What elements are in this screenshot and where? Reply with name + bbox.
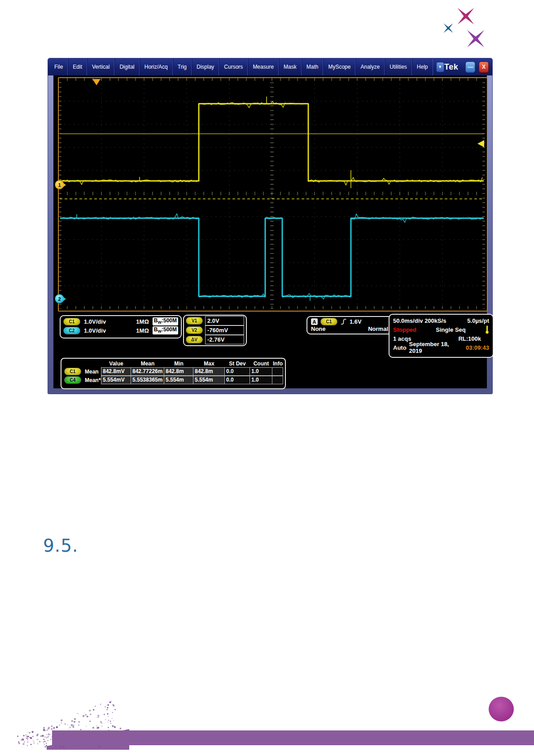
close-button[interactable]: X [479, 62, 489, 73]
cursor-v2-row: V2 -760mV [186, 325, 244, 335]
col-header-min: Min [164, 360, 193, 367]
company-logo [433, 3, 496, 57]
measurement-table: Value Mean Min Max St Dev Count Info C1 … [61, 358, 286, 389]
measurement-cell: 842.8m [193, 367, 225, 376]
waveform-graticule: 1 2 [58, 77, 488, 312]
col-header-info: Info [272, 360, 283, 367]
cursor-v1-badge: V1 [186, 317, 203, 325]
measurement-cell: 842.8mV [101, 367, 131, 376]
col-header-mean: Mean [131, 360, 164, 367]
cursor-delta-value: -2.76V [205, 335, 244, 344]
col-header-max: Max [193, 360, 225, 367]
menu-item-digital[interactable]: Digital [114, 58, 139, 75]
measurement-c4-badge: C4 [64, 376, 81, 384]
measurement-row-source: C4 Mean* [61, 376, 101, 384]
col-header-count: Count [250, 360, 272, 367]
menu-item-display[interactable]: Display [192, 58, 219, 75]
measurement-cell: 0.0 [224, 367, 250, 376]
cursor-readout-panel[interactable]: V1 2.0V V2 -760mV ΔV -2.76V [183, 315, 247, 346]
measurement-cell: 5.554m [193, 376, 225, 384]
channel-2-marker-label: 2 [58, 296, 61, 302]
menu-overflow-button[interactable]: ▼ [436, 62, 445, 72]
menu-bar: File Edit Vertical Digital Horiz/Acq Tri… [48, 58, 492, 75]
channel-2-badge: C2 [63, 327, 80, 334]
channel-2-readout[interactable]: C2 1.0V/div 1MΩ BW:500M [63, 326, 178, 335]
minimize-icon: — [468, 64, 473, 70]
menu-item-math[interactable]: Math [302, 58, 324, 75]
rising-edge-icon [340, 318, 347, 325]
timebase-readout: 50.0ms/div 200kS/s [393, 317, 446, 324]
oscilloscope-window: File Edit Vertical Digital Horiz/Acq Tri… [48, 58, 492, 394]
measurement-cell: 5.5538365m [131, 376, 164, 384]
footer-circle-decoration [489, 697, 514, 721]
tek-logo: Tek [444, 62, 458, 72]
menu-item-vertical[interactable]: Vertical [87, 58, 114, 75]
resolution-readout: 5.0µs/pt [467, 317, 489, 324]
acquisition-mode: Single Seq [436, 326, 465, 333]
logo-x-magenta-icon [458, 8, 474, 25]
thermometer-icon [485, 325, 489, 334]
measurement-cell: 5.554m [164, 376, 193, 384]
trigger-mode-auto: Auto [393, 344, 407, 351]
menu-item-file[interactable]: File [50, 58, 68, 75]
measurement-cell: 842.77226m [131, 367, 164, 376]
channel-2-scale: 1.0V/div [84, 327, 106, 334]
acquisition-count: 1 acqs [393, 335, 411, 342]
col-header-stdev: St Dev [225, 360, 250, 367]
logo-x-blue-icon [443, 23, 453, 33]
menu-item-mask[interactable]: Mask [279, 58, 302, 75]
logo-x-purple-icon [467, 30, 484, 47]
channel-1-reference-marker[interactable]: 1 [55, 180, 64, 189]
measurement-cell: 842.8m [164, 367, 193, 376]
chevron-down-icon: ▼ [438, 65, 442, 69]
footer-band [52, 730, 534, 745]
time-readout: 03:09:43 [466, 344, 489, 351]
measurement-cell: 1.0 [249, 376, 272, 384]
menu-item-horiz-acq[interactable]: Horiz/Acq [140, 58, 173, 75]
menu-item-myscope[interactable]: MyScope [323, 58, 355, 75]
waveform-plot [59, 78, 485, 309]
channel-2-bandwidth: BW:500M [153, 326, 178, 334]
measurement-cell [272, 376, 283, 384]
acquisition-state: Stopped [393, 326, 416, 333]
measurement-cell [272, 367, 283, 376]
menu-item-utilities[interactable]: Utilities [385, 58, 412, 75]
trigger-mode: Normal [368, 325, 388, 332]
menu-item-edit[interactable]: Edit [68, 58, 87, 75]
col-header-value: Value [101, 360, 131, 367]
trigger-holdoff: None [311, 325, 326, 332]
menu-item-help[interactable]: Help [412, 58, 433, 75]
scope-display-area: 1 2 C1 1.0V/div 1MΩ BW:500M C2 1.0V/div … [53, 75, 487, 388]
cursor-delta-row: ΔV -2.76V [186, 335, 244, 344]
trigger-source-badge: C1 [320, 318, 337, 325]
trigger-readout-panel[interactable]: A C1 1.6V None Normal [306, 316, 393, 334]
measurement-cell: 1.0 [249, 367, 272, 376]
measurement-cell: 5.554mV [101, 376, 131, 384]
cursor-v2-value: -760mV [205, 325, 244, 335]
menu-item-analyze[interactable]: Analyze [355, 58, 385, 75]
channel-1-marker-label: 1 [58, 182, 61, 188]
menu-item-trig[interactable]: Trig [173, 58, 192, 75]
section-number: 9.5. [43, 536, 78, 556]
channel-1-impedance: 1MΩ [136, 318, 149, 325]
date-readout: September 18, 2019 [409, 341, 463, 354]
channel-1-bandwidth: BW:500M [153, 317, 178, 325]
channel-2-reference-marker[interactable]: 2 [55, 294, 64, 303]
cursor-v2-badge: V2 [186, 326, 203, 334]
measurement-cell: 0.0 [224, 376, 250, 384]
close-icon: X [482, 64, 486, 70]
menu-item-measure[interactable]: Measure [248, 58, 279, 75]
cursor-delta-badge: ΔV [186, 336, 203, 343]
horizontal-readout-panel[interactable]: 50.0ms/div 200kS/s 5.0µs/pt Stopped Sing… [389, 314, 494, 358]
cursor-v1-row: V1 2.0V [186, 316, 244, 325]
trigger-system-badge: A [311, 318, 318, 325]
channel-1-readout[interactable]: C1 1.0V/div 1MΩ BW:500M [63, 317, 178, 326]
cursor-v1-value: 2.0V [205, 316, 244, 325]
channel-readout-panel[interactable]: C1 1.0V/div 1MΩ BW:500M C2 1.0V/div 1MΩ … [60, 315, 182, 338]
menu-item-cursors[interactable]: Cursors [219, 58, 248, 75]
trigger-level: 1.6V [350, 318, 362, 325]
measurement-c1-badge: C1 [64, 368, 81, 375]
channel-1-badge: C1 [63, 318, 80, 325]
channel-2-impedance: 1MΩ [136, 327, 149, 334]
minimize-button[interactable]: — [465, 62, 475, 73]
